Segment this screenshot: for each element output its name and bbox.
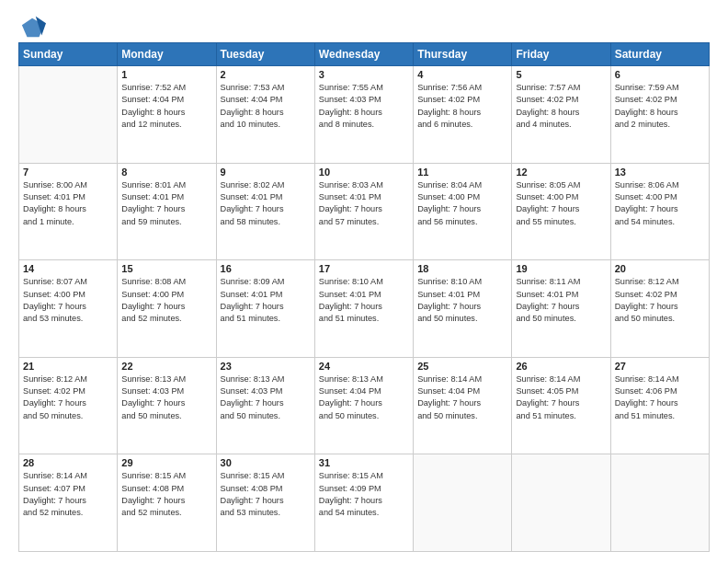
- calendar: SundayMondayTuesdayWednesdayThursdayFrid…: [18, 42, 710, 552]
- day-info: Sunrise: 8:15 AMSunset: 4:08 PMDaylight:…: [121, 470, 211, 519]
- day-number: 24: [319, 361, 409, 372]
- day-info: Sunrise: 8:09 AMSunset: 4:01 PMDaylight:…: [221, 276, 311, 325]
- calendar-cell: 11Sunrise: 8:04 AMSunset: 4:00 PMDayligh…: [414, 163, 512, 260]
- day-info: Sunrise: 8:14 AMSunset: 4:04 PMDaylight:…: [417, 373, 507, 422]
- day-header-saturday: Saturday: [610, 43, 709, 66]
- day-header-sunday: Sunday: [19, 43, 118, 66]
- day-info: Sunrise: 8:00 AMSunset: 4:01 PMDaylight:…: [23, 179, 113, 228]
- day-info: Sunrise: 8:14 AMSunset: 4:05 PMDaylight:…: [516, 373, 606, 422]
- calendar-cell: 14Sunrise: 8:07 AMSunset: 4:00 PMDayligh…: [19, 260, 118, 358]
- calendar-cell: 23Sunrise: 8:13 AMSunset: 4:03 PMDayligh…: [216, 357, 314, 454]
- page: SundayMondayTuesdayWednesdayThursdayFrid…: [0, 0, 728, 563]
- day-info: Sunrise: 8:13 AMSunset: 4:03 PMDaylight:…: [121, 373, 211, 422]
- calendar-cell: 3Sunrise: 7:55 AMSunset: 4:03 PMDaylight…: [314, 66, 413, 164]
- day-info: Sunrise: 8:05 AMSunset: 4:00 PMDaylight:…: [516, 179, 606, 228]
- calendar-cell: 1Sunrise: 7:52 AMSunset: 4:04 PMDaylight…: [118, 66, 216, 164]
- day-info: Sunrise: 7:59 AMSunset: 4:02 PMDaylight:…: [615, 82, 705, 131]
- day-number: 28: [23, 457, 113, 468]
- calendar-cell: 2Sunrise: 7:53 AMSunset: 4:04 PMDaylight…: [216, 66, 314, 164]
- calendar-cell: [512, 454, 610, 552]
- day-info: Sunrise: 8:04 AMSunset: 4:00 PMDaylight:…: [417, 179, 507, 228]
- day-info: Sunrise: 8:03 AMSunset: 4:01 PMDaylight:…: [319, 179, 409, 228]
- day-number: 4: [417, 69, 507, 80]
- calendar-cell: 5Sunrise: 7:57 AMSunset: 4:02 PMDaylight…: [512, 66, 610, 164]
- day-number: 6: [615, 69, 705, 80]
- day-number: 31: [319, 457, 409, 468]
- day-info: Sunrise: 8:15 AMSunset: 4:08 PMDaylight:…: [221, 470, 311, 519]
- calendar-cell: 24Sunrise: 8:13 AMSunset: 4:04 PMDayligh…: [314, 357, 413, 454]
- day-info: Sunrise: 8:10 AMSunset: 4:01 PMDaylight:…: [319, 276, 409, 325]
- calendar-cell: 31Sunrise: 8:15 AMSunset: 4:09 PMDayligh…: [314, 454, 413, 552]
- day-number: 19: [516, 263, 606, 274]
- day-number: 26: [516, 361, 606, 372]
- day-number: 30: [221, 457, 311, 468]
- day-info: Sunrise: 8:13 AMSunset: 4:03 PMDaylight:…: [221, 373, 311, 422]
- logo-icon: [20, 15, 46, 40]
- day-header-monday: Monday: [118, 43, 216, 66]
- day-number: 10: [319, 167, 409, 178]
- day-info: Sunrise: 7:52 AMSunset: 4:04 PMDaylight:…: [121, 82, 211, 131]
- calendar-cell: 6Sunrise: 7:59 AMSunset: 4:02 PMDaylight…: [610, 66, 709, 164]
- calendar-cell: 8Sunrise: 8:01 AMSunset: 4:01 PMDaylight…: [118, 163, 216, 260]
- calendar-cell: 12Sunrise: 8:05 AMSunset: 4:00 PMDayligh…: [512, 163, 610, 260]
- day-header-wednesday: Wednesday: [314, 43, 413, 66]
- day-info: Sunrise: 8:08 AMSunset: 4:00 PMDaylight:…: [121, 276, 211, 325]
- calendar-cell: 21Sunrise: 8:12 AMSunset: 4:02 PMDayligh…: [19, 357, 118, 454]
- day-number: 8: [121, 167, 211, 178]
- day-info: Sunrise: 8:12 AMSunset: 4:02 PMDaylight:…: [23, 373, 113, 422]
- calendar-cell: [414, 454, 512, 552]
- day-info: Sunrise: 8:13 AMSunset: 4:04 PMDaylight:…: [319, 373, 409, 422]
- day-info: Sunrise: 7:57 AMSunset: 4:02 PMDaylight:…: [516, 82, 606, 131]
- calendar-cell: 29Sunrise: 8:15 AMSunset: 4:08 PMDayligh…: [118, 454, 216, 552]
- week-row-0: 1Sunrise: 7:52 AMSunset: 4:04 PMDaylight…: [19, 66, 710, 164]
- day-info: Sunrise: 8:07 AMSunset: 4:00 PMDaylight:…: [23, 276, 113, 325]
- calendar-cell: 27Sunrise: 8:14 AMSunset: 4:06 PMDayligh…: [610, 357, 709, 454]
- day-info: Sunrise: 8:12 AMSunset: 4:02 PMDaylight:…: [615, 276, 705, 325]
- calendar-cell: 17Sunrise: 8:10 AMSunset: 4:01 PMDayligh…: [314, 260, 413, 358]
- calendar-cell: 30Sunrise: 8:15 AMSunset: 4:08 PMDayligh…: [216, 454, 314, 552]
- week-row-4: 28Sunrise: 8:14 AMSunset: 4:07 PMDayligh…: [19, 454, 710, 552]
- day-number: 14: [23, 263, 113, 274]
- day-number: 27: [615, 361, 705, 372]
- calendar-cell: 22Sunrise: 8:13 AMSunset: 4:03 PMDayligh…: [118, 357, 216, 454]
- day-number: 13: [615, 167, 705, 178]
- week-row-2: 14Sunrise: 8:07 AMSunset: 4:00 PMDayligh…: [19, 260, 710, 358]
- calendar-cell: 28Sunrise: 8:14 AMSunset: 4:07 PMDayligh…: [19, 454, 118, 552]
- day-number: 17: [319, 263, 409, 274]
- header: [18, 15, 710, 37]
- day-number: 22: [121, 361, 211, 372]
- calendar-cell: 26Sunrise: 8:14 AMSunset: 4:05 PMDayligh…: [512, 357, 610, 454]
- day-number: 7: [23, 167, 113, 178]
- day-header-thursday: Thursday: [414, 43, 512, 66]
- calendar-cell: 16Sunrise: 8:09 AMSunset: 4:01 PMDayligh…: [216, 260, 314, 358]
- day-number: 12: [516, 167, 606, 178]
- calendar-cell: 9Sunrise: 8:02 AMSunset: 4:01 PMDaylight…: [216, 163, 314, 260]
- logo: [18, 15, 46, 37]
- day-number: 29: [121, 457, 211, 468]
- day-number: 21: [23, 361, 113, 372]
- day-number: 3: [319, 69, 409, 80]
- day-info: Sunrise: 8:14 AMSunset: 4:06 PMDaylight:…: [615, 373, 705, 422]
- day-number: 15: [121, 263, 211, 274]
- calendar-cell: [610, 454, 709, 552]
- day-info: Sunrise: 8:06 AMSunset: 4:00 PMDaylight:…: [615, 179, 705, 228]
- day-info: Sunrise: 7:55 AMSunset: 4:03 PMDaylight:…: [319, 82, 409, 131]
- day-info: Sunrise: 7:56 AMSunset: 4:02 PMDaylight:…: [417, 82, 507, 131]
- day-info: Sunrise: 7:53 AMSunset: 4:04 PMDaylight:…: [221, 82, 311, 131]
- day-number: 5: [516, 69, 606, 80]
- day-number: 11: [417, 167, 507, 178]
- calendar-cell: 4Sunrise: 7:56 AMSunset: 4:02 PMDaylight…: [414, 66, 512, 164]
- day-info: Sunrise: 8:14 AMSunset: 4:07 PMDaylight:…: [23, 470, 113, 519]
- day-info: Sunrise: 8:11 AMSunset: 4:01 PMDaylight:…: [516, 276, 606, 325]
- day-info: Sunrise: 8:10 AMSunset: 4:01 PMDaylight:…: [417, 276, 507, 325]
- calendar-cell: 13Sunrise: 8:06 AMSunset: 4:00 PMDayligh…: [610, 163, 709, 260]
- calendar-cell: 10Sunrise: 8:03 AMSunset: 4:01 PMDayligh…: [314, 163, 413, 260]
- calendar-cell: 15Sunrise: 8:08 AMSunset: 4:00 PMDayligh…: [118, 260, 216, 358]
- day-header-friday: Friday: [512, 43, 610, 66]
- day-number: 1: [121, 69, 211, 80]
- calendar-cell: [19, 66, 118, 164]
- week-row-1: 7Sunrise: 8:00 AMSunset: 4:01 PMDaylight…: [19, 163, 710, 260]
- calendar-cell: 18Sunrise: 8:10 AMSunset: 4:01 PMDayligh…: [414, 260, 512, 358]
- day-number: 25: [417, 361, 507, 372]
- day-number: 20: [615, 263, 705, 274]
